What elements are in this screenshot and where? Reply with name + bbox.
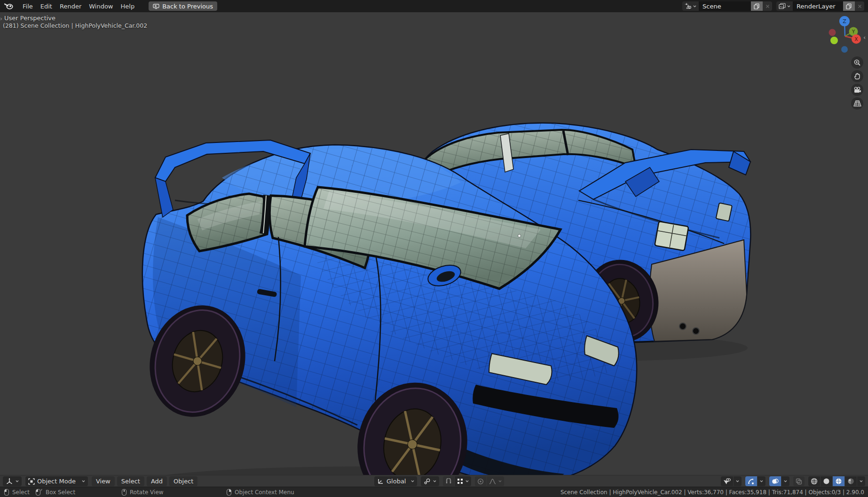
object-visibility-dropdown[interactable] bbox=[734, 476, 742, 486]
toggle-perspective-button[interactable] bbox=[851, 97, 863, 110]
gizmo-z-neg-axis[interactable] bbox=[841, 46, 848, 53]
chevron-down-icon bbox=[466, 480, 469, 482]
gizmo-y-neg-axis[interactable] bbox=[830, 37, 838, 44]
gizmo-x-label: X bbox=[855, 37, 858, 42]
duplicate-pages-icon bbox=[754, 3, 760, 9]
close-icon bbox=[765, 4, 770, 8]
show-overlays-toggle[interactable] bbox=[769, 476, 781, 486]
hint-rotate-view-label: Rotate View bbox=[130, 489, 164, 496]
hint-rotate-view: Rotate View bbox=[121, 487, 164, 497]
back-to-previous-button[interactable]: Back to Previous bbox=[149, 1, 217, 11]
perspective-grid-icon bbox=[853, 100, 861, 107]
zoom-view-button[interactable] bbox=[851, 56, 863, 69]
scene-selector: Scene bbox=[682, 1, 772, 11]
remove-render-layer-button[interactable] bbox=[855, 1, 864, 11]
hint-object-context-menu: Object Context Menu bbox=[226, 487, 294, 497]
magnifier-plus-icon bbox=[853, 59, 861, 66]
scene-name-field[interactable]: Scene bbox=[699, 1, 751, 11]
unlink-scene-button[interactable] bbox=[763, 1, 772, 11]
3d-viewport[interactable]: › User Perspective (281) Scene Collectio… bbox=[0, 12, 868, 475]
chevron-down-icon bbox=[760, 480, 763, 482]
sidebar-expand-icon[interactable]: ‹ bbox=[863, 34, 866, 41]
toolbar-expand-icon[interactable]: › bbox=[0, 16, 2, 22]
chevron-down-icon bbox=[411, 480, 414, 482]
status-bar: Select Box Select Rotate View Object Con… bbox=[0, 487, 868, 497]
overlays-dropdown[interactable] bbox=[781, 476, 789, 486]
hint-box-select-label: Box Select bbox=[46, 489, 75, 496]
chevron-down-icon bbox=[860, 480, 863, 482]
object-visibility-selector[interactable] bbox=[721, 476, 733, 486]
chevron-down-icon bbox=[498, 480, 502, 482]
hint-box-select: Box Select bbox=[35, 487, 75, 497]
hint-object-context-menu-label: Object Context Menu bbox=[235, 489, 294, 496]
falloff-curve-icon bbox=[489, 478, 496, 484]
hint-select-label: Select bbox=[12, 489, 30, 496]
menu-file[interactable]: File bbox=[19, 1, 37, 11]
chevron-down-icon bbox=[82, 480, 85, 482]
show-gizmos-toggle[interactable] bbox=[745, 476, 757, 486]
chevron-down-icon bbox=[693, 5, 696, 8]
proportional-falloff-selector[interactable] bbox=[487, 476, 504, 486]
viewport-header: Object Mode View Select Add Object Globa… bbox=[0, 475, 868, 487]
gizmo-y-label: Y bbox=[852, 29, 855, 34]
snap-toggle[interactable] bbox=[443, 476, 454, 486]
object-origin-dot[interactable] bbox=[518, 235, 521, 237]
browse-scene-button[interactable] bbox=[682, 1, 699, 11]
mouse-left-click-icon bbox=[4, 489, 9, 496]
shading-material-preview-button[interactable] bbox=[833, 476, 844, 486]
gizmos-dropdown[interactable] bbox=[758, 476, 765, 486]
pan-view-button[interactable] bbox=[851, 70, 863, 82]
gizmo-x-neg-axis[interactable] bbox=[829, 29, 836, 36]
shading-dropdown[interactable] bbox=[857, 476, 865, 486]
proportional-editing-icon bbox=[477, 478, 484, 485]
editor-type-button[interactable] bbox=[3, 476, 22, 486]
proportional-editing-toggle[interactable] bbox=[475, 476, 486, 486]
gizmo-z-label: Z bbox=[843, 18, 846, 24]
viewport-scene-render[interactable] bbox=[0, 12, 868, 475]
mouse-middle-click-icon bbox=[121, 489, 127, 496]
new-scene-button[interactable] bbox=[751, 1, 763, 11]
menu-select[interactable]: Select bbox=[117, 476, 144, 486]
menu-add[interactable]: Add bbox=[147, 476, 167, 486]
hint-select: Select bbox=[4, 487, 30, 497]
shading-solid-button[interactable] bbox=[821, 476, 832, 486]
camera-view-button[interactable] bbox=[851, 84, 863, 96]
wireframe-shading-icon bbox=[811, 478, 818, 485]
object-mode-icon bbox=[28, 478, 35, 485]
blender-logo-icon[interactable] bbox=[4, 2, 14, 10]
mode-selector[interactable]: Object Mode bbox=[25, 476, 88, 486]
xray-toggle[interactable] bbox=[793, 476, 805, 486]
chevron-down-icon bbox=[16, 480, 19, 482]
menu-help[interactable]: Help bbox=[117, 1, 139, 11]
navigation-gizmo[interactable]: Z Y X bbox=[818, 12, 865, 57]
snap-target-selector[interactable] bbox=[455, 476, 471, 486]
transform-orientation-selector[interactable]: Global bbox=[374, 476, 417, 486]
shading-rendered-button[interactable] bbox=[845, 476, 857, 486]
mode-selector-label: Object Mode bbox=[37, 478, 76, 485]
magnet-icon bbox=[445, 478, 452, 485]
chevron-down-icon bbox=[433, 480, 436, 482]
menu-window[interactable]: Window bbox=[85, 1, 117, 11]
menu-object[interactable]: Object bbox=[169, 476, 197, 486]
new-render-layer-button[interactable] bbox=[843, 1, 855, 11]
shading-wireframe-button[interactable] bbox=[808, 476, 820, 486]
menu-view[interactable]: View bbox=[92, 476, 115, 486]
cursor-eye-icon bbox=[723, 478, 731, 485]
render-layer-name-field[interactable]: RenderLayer bbox=[793, 1, 843, 11]
pivot-point-selector[interactable] bbox=[421, 476, 439, 486]
render-layer-icon bbox=[779, 3, 786, 9]
browse-render-layer-button[interactable] bbox=[776, 1, 793, 11]
solid-shading-icon bbox=[823, 478, 830, 485]
menu-render[interactable]: Render bbox=[56, 1, 85, 11]
scene-statistics: Scene Collection | HighPolyVehicle_Car.0… bbox=[560, 487, 864, 497]
menu-edit[interactable]: Edit bbox=[37, 1, 56, 11]
back-screen-icon bbox=[153, 4, 159, 9]
topbar-id-widgets: Scene bbox=[682, 1, 864, 11]
mouse-right-click-icon bbox=[226, 489, 232, 496]
overlays-icon bbox=[772, 478, 779, 485]
close-icon bbox=[858, 4, 862, 8]
xray-icon bbox=[796, 478, 802, 485]
render-layer-selector: RenderLayer bbox=[776, 1, 864, 11]
material-preview-shading-icon bbox=[835, 478, 842, 485]
orientation-axes-icon bbox=[377, 478, 384, 485]
